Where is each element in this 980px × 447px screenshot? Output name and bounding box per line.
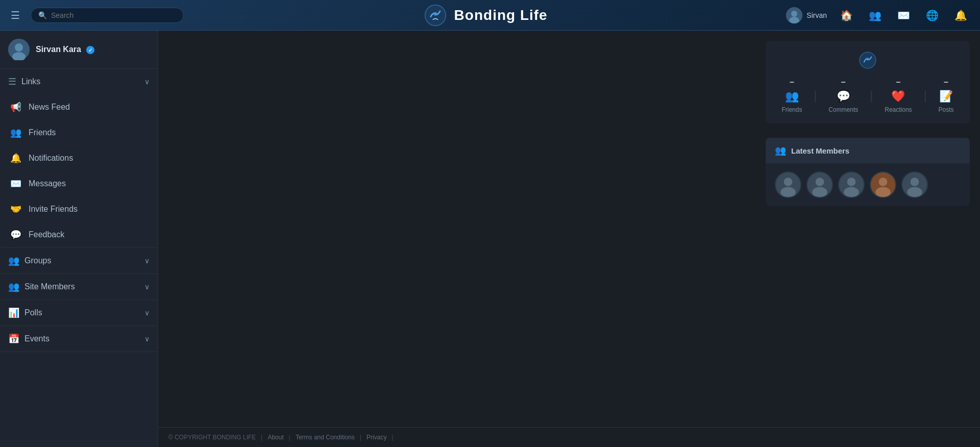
links-icon: ☰ [8, 76, 16, 87]
sidebar-item-invite-friends[interactable]: 🤝 Invite Friends [0, 196, 158, 222]
divider-1: | [814, 78, 817, 113]
footer-privacy-link[interactable]: Privacy [366, 434, 386, 441]
reactions-count: – [896, 78, 900, 87]
invite-friends-label: Invite Friends [29, 205, 78, 214]
friends-stat-icon: 👥 [785, 90, 799, 103]
member-avatar-4[interactable] [870, 171, 896, 198]
svg-point-3 [791, 11, 797, 17]
news-feed-icon: 📢 [10, 102, 21, 113]
sidebar-site-members-header[interactable]: 👥 Site Members ∨ [0, 274, 158, 300]
stat-posts: – 📝 Posts [938, 78, 953, 113]
sidebar-item-news-feed[interactable]: 📢 News Feed [0, 94, 158, 120]
svg-point-15 [812, 187, 827, 197]
footer-sep-4: | [391, 434, 393, 441]
navbar-center: Bonding Life [184, 3, 786, 28]
links-chevron-icon: ∨ [144, 78, 150, 86]
latest-members-icon: 👥 [775, 145, 786, 156]
footer-about-link[interactable]: About [267, 434, 283, 441]
notifications-sidebar-icon: 🔔 [10, 153, 21, 164]
sidebar-events-section: 📅 Events ∨ [0, 326, 158, 352]
stat-friends: – 👥 Friends [781, 78, 802, 113]
sidebar-item-notifications[interactable]: 🔔 Notifications [0, 145, 158, 171]
sidebar-polls-header[interactable]: 📊 Polls ∨ [0, 300, 158, 326]
navbar-avatar [786, 7, 802, 23]
news-feed-label: News Feed [29, 103, 70, 112]
friends-stat-label: Friends [781, 106, 802, 113]
search-input[interactable] [51, 11, 176, 19]
svg-point-23 [911, 178, 919, 186]
reactions-stat-icon: ❤️ [891, 90, 905, 103]
links-label: Links [21, 77, 40, 86]
member-avatar-3[interactable] [838, 171, 865, 198]
polls-label: Polls [24, 308, 42, 317]
navbar-user[interactable]: Sirvan [786, 7, 827, 23]
member-avatar-1[interactable] [775, 171, 801, 198]
invite-friends-icon: 🤝 [10, 204, 21, 215]
navbar-right: Sirvan 🏠 👥 ✉️ 🌐 🔔 [786, 6, 980, 24]
sidebar-item-feedback[interactable]: 💬 Feedback [0, 222, 158, 247]
events-label: Events [24, 334, 50, 343]
main-content: – 👥 Friends | – 💬 Comments | – ❤️ Reacti… [158, 31, 980, 447]
friends-label: Friends [29, 128, 56, 137]
groups-chevron-icon: ∨ [144, 257, 150, 265]
stat-reactions: – ❤️ Reactions [885, 78, 912, 113]
groups-icon: 👥 [8, 255, 19, 266]
stat-comments: – 💬 Comments [828, 78, 858, 113]
posts-stat-label: Posts [938, 106, 953, 113]
sidebar-events-header[interactable]: 📅 Events ∨ [0, 326, 158, 352]
search-icon: 🔍 [38, 11, 47, 19]
footer-sep-1: | [261, 434, 262, 441]
groups-label: Groups [24, 256, 51, 265]
feedback-label: Feedback [29, 230, 64, 239]
latest-members-avatars [766, 163, 970, 206]
polls-icon: 📊 [8, 307, 19, 318]
sidebar-avatar [8, 39, 30, 60]
svg-point-1 [433, 12, 437, 15]
profile-card-logo [776, 51, 960, 69]
notifications-icon[interactable]: 🔔 [951, 6, 970, 24]
sidebar-links-header[interactable]: ☰ Links ∨ [0, 69, 158, 94]
sidebar-item-friends[interactable]: 👥 Friends [0, 120, 158, 145]
friends-count: – [790, 78, 794, 87]
posts-count: – [944, 78, 948, 87]
latest-members-title: Latest Members [791, 146, 849, 155]
search-container: 🔍 [31, 8, 184, 23]
sidebar-user-section: Sirvan Kara [0, 31, 158, 69]
footer-sep-2: | [289, 434, 290, 441]
comments-stat-label: Comments [828, 106, 858, 113]
hamburger-icon[interactable]: ☰ [11, 9, 20, 21]
site-members-label: Site Members [24, 282, 75, 291]
home-icon[interactable]: 🏠 [837, 6, 855, 24]
events-icon: 📅 [8, 333, 19, 344]
divider-3: | [923, 78, 926, 113]
member-avatar-2[interactable] [806, 171, 833, 198]
friends-icon[interactable]: 👥 [866, 6, 884, 24]
latest-members-card: 👥 Latest Members [766, 138, 970, 206]
site-members-chevron-icon: ∨ [144, 283, 150, 291]
sidebar: Sirvan Kara ☰ Links ∨ 📢 News Feed 👥 Frie… [0, 31, 158, 447]
messages-icon[interactable]: ✉️ [894, 6, 913, 24]
svg-point-24 [907, 187, 922, 197]
posts-stat-icon: 📝 [939, 90, 953, 103]
footer: © COPYRIGHT BONDING LIFE | About | Terms… [158, 427, 980, 447]
sidebar-groups-header[interactable]: 👥 Groups ∨ [0, 248, 158, 274]
footer-terms-link[interactable]: Terms and Conditions [296, 434, 355, 441]
notifications-label: Notifications [29, 154, 73, 163]
stats-row: – 👥 Friends | – 💬 Comments | – ❤️ Reacti… [776, 78, 960, 113]
svg-point-14 [816, 178, 824, 186]
footer-copyright: © COPYRIGHT BONDING LIFE [168, 434, 256, 441]
member-avatar-5[interactable] [901, 171, 928, 198]
sidebar-item-messages[interactable]: ✉️ Messages [0, 171, 158, 196]
sidebar-site-members-section: 👥 Site Members ∨ [0, 274, 158, 300]
sidebar-links-section: ☰ Links ∨ 📢 News Feed 👥 Friends 🔔 Notifi… [0, 69, 158, 248]
svg-point-12 [780, 187, 796, 197]
sidebar-username: Sirvan Kara [36, 45, 81, 54]
svg-point-9 [866, 58, 869, 61]
navbar-username: Sirvan [806, 11, 827, 19]
messages-sidebar-icon: ✉️ [10, 178, 21, 189]
events-chevron-icon: ∨ [144, 335, 150, 343]
globe-icon[interactable]: 🌐 [923, 6, 941, 24]
messages-label: Messages [29, 179, 66, 188]
friends-sidebar-icon: 👥 [10, 127, 21, 138]
reactions-stat-label: Reactions [885, 106, 912, 113]
